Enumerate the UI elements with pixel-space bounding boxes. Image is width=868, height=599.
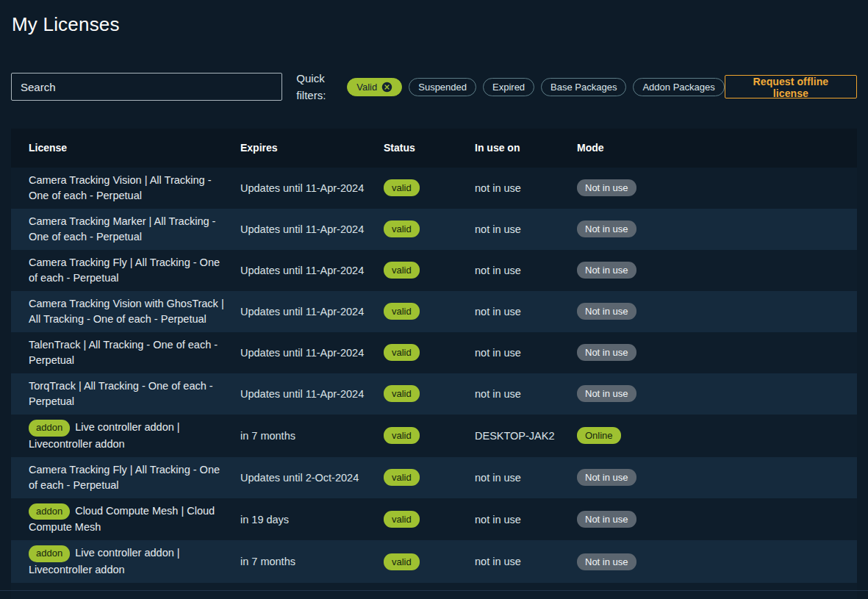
license-cell: TalenTrack | All Tracking - One of each … [29, 332, 240, 373]
status-cell: valid [384, 179, 475, 197]
status-cell: valid [384, 511, 475, 528]
mode-cell: Not in use [577, 511, 857, 528]
licenses-page: My Licenses Quick filters: Valid Suspend… [0, 0, 868, 599]
table-row: Camera Tracking Vision with GhosTrack | … [11, 291, 857, 332]
mode-badge: Not in use [577, 262, 636, 279]
status-cell: valid [384, 427, 475, 445]
in-use-on-cell: not in use [475, 472, 577, 484]
mode-badge: Not in use [577, 303, 636, 320]
status-cell: valid [384, 344, 475, 362]
license-cell: Camera Tracking Fly | All Tracking - One… [29, 250, 240, 291]
in-use-on-cell: not in use [475, 388, 577, 400]
filter-chip-suspended[interactable]: Suspended [409, 78, 476, 96]
filter-chip-expired[interactable]: Expired [483, 78, 534, 96]
in-use-on-cell: not in use [475, 182, 577, 194]
expires-cell: in 7 months [240, 556, 384, 567]
status-badge: valid [384, 262, 420, 279]
column-header-mode: Mode [577, 142, 857, 154]
table-row: Camera Tracking Fly | All Tracking - One… [11, 250, 857, 291]
table-row: Camera Tracking Vision | All Tracking - … [11, 168, 857, 209]
toolbar: Quick filters: Valid Suspended Expired B… [11, 70, 857, 104]
column-header-license: License [29, 142, 240, 154]
filter-chip-base-packages-label: Base Packages [550, 82, 617, 93]
mode-cell: Not in use [577, 553, 857, 571]
filter-chip-valid[interactable]: Valid [347, 78, 402, 96]
license-name: Camera Tracking Marker | All Tracking - … [29, 215, 215, 243]
table-body: Camera Tracking Vision | All Tracking - … [11, 168, 857, 584]
in-use-on-cell: not in use [475, 223, 577, 235]
expires-cell: Updates until 11-Apr-2024 [240, 265, 384, 276]
in-use-on-cell: not in use [475, 347, 577, 359]
mode-cell: Not in use [577, 220, 857, 238]
table-row: Camera Tracking Marker | All Tracking - … [11, 209, 857, 250]
license-name: TalenTrack | All Tracking - One of each … [29, 339, 218, 366]
table-row: TorqTrack | All Tracking - One of each -… [11, 373, 857, 415]
license-cell: Camera Tracking Fly | All Tracking - One… [29, 457, 240, 498]
column-header-status: Status [384, 142, 475, 154]
license-name: TorqTrack | All Tracking - One of each -… [29, 380, 213, 407]
status-badge: valid [384, 427, 420, 445]
mode-cell: Not in use [577, 262, 857, 279]
in-use-on-cell: not in use [475, 556, 577, 567]
column-header-in-use-on: In use on [475, 142, 577, 154]
status-cell: valid [384, 262, 475, 279]
table-pagination: Rows per page: 10 1–10 of 16 [11, 583, 857, 599]
expires-cell: Updates until 2-Oct-2024 [240, 472, 384, 484]
mode-badge: Online [577, 427, 621, 445]
license-cell: Camera Tracking Marker | All Tracking - … [29, 209, 240, 250]
table-row: Camera Tracking Fly | All Tracking - One… [11, 457, 857, 498]
status-badge: valid [384, 469, 420, 487]
license-name: Camera Tracking Fly | All Tracking - One… [29, 464, 220, 491]
page-title: My Licenses [12, 13, 857, 36]
status-cell: valid [384, 553, 475, 571]
mode-cell: Not in use [577, 179, 857, 197]
expires-cell: in 19 days [240, 514, 384, 526]
status-badge: valid [384, 344, 420, 362]
status-cell: valid [384, 385, 475, 403]
license-cell: addonCloud Compute Mesh | Cloud Compute … [29, 498, 240, 541]
status-badge: valid [384, 511, 420, 528]
mode-badge: Not in use [577, 220, 636, 238]
license-cell: Camera Tracking Vision with GhosTrack | … [29, 291, 240, 332]
filter-chip-addon-packages-label: Addon Packages [642, 82, 714, 93]
mode-cell: Not in use [577, 385, 857, 403]
filter-chip-expired-label: Expired [492, 82, 525, 93]
mode-cell: Not in use [577, 303, 857, 320]
expires-cell: Updates until 11-Apr-2024 [240, 347, 384, 359]
close-icon[interactable] [381, 82, 392, 93]
filter-chip-valid-label: Valid [356, 82, 377, 93]
table-row: TalenTrack | All Tracking - One of each … [11, 332, 857, 373]
mode-cell: Online [577, 427, 857, 445]
addon-badge: addon [29, 420, 70, 437]
filter-chip-base-packages[interactable]: Base Packages [541, 78, 626, 96]
table-header: License Expires Status In use on Mode [11, 129, 857, 168]
mode-badge: Not in use [577, 553, 636, 571]
license-cell: addonLive controller addon | Livecontrol… [29, 540, 240, 583]
status-cell: valid [384, 469, 475, 487]
quick-filters-label: Quick filters: [296, 70, 341, 104]
request-offline-license-button[interactable]: Request offline license [725, 75, 857, 98]
mode-badge: Not in use [577, 179, 636, 197]
addon-badge: addon [29, 545, 70, 562]
filter-chip-addon-packages[interactable]: Addon Packages [633, 78, 724, 96]
expires-cell: in 7 months [240, 430, 384, 442]
expires-cell: Updates until 11-Apr-2024 [240, 306, 384, 318]
license-cell: Camera Tracking Vision | All Tracking - … [29, 168, 240, 209]
status-cell: valid [384, 303, 475, 320]
search-input[interactable] [11, 73, 282, 101]
licenses-table: License Expires Status In use on Mode Ca… [11, 129, 857, 599]
status-cell: valid [384, 220, 475, 238]
expires-cell: Updates until 11-Apr-2024 [240, 182, 384, 194]
license-name: Camera Tracking Vision with GhosTrack | … [29, 298, 224, 325]
mode-cell: Not in use [577, 469, 857, 487]
mode-badge: Not in use [577, 385, 636, 403]
license-cell: TorqTrack | All Tracking - One of each -… [29, 373, 240, 415]
status-badge: valid [384, 385, 420, 403]
filter-chip-suspended-label: Suspended [418, 82, 467, 93]
table-row: addonLive controller addon | Livecontrol… [11, 415, 857, 457]
mode-badge: Not in use [577, 511, 636, 528]
status-badge: valid [384, 220, 420, 238]
status-badge: valid [384, 553, 420, 571]
expires-cell: Updates until 11-Apr-2024 [240, 388, 384, 400]
addon-badge: addon [29, 503, 70, 520]
